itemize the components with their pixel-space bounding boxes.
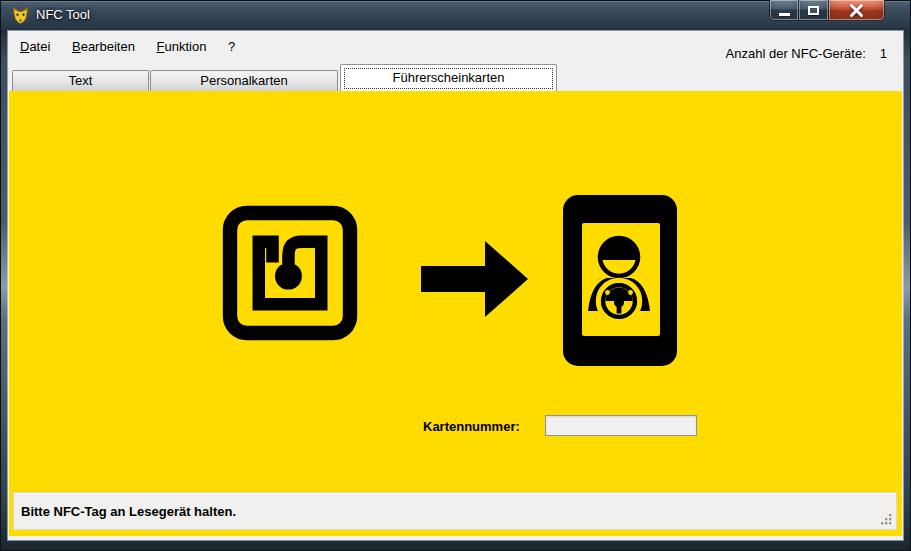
window-controls bbox=[769, 0, 885, 21]
tab-page-fuehrerscheinkarten: Kartennummer: Bitte NFC-Tag an Lesegerät… bbox=[9, 91, 902, 536]
tab-fuehrerscheinkarten[interactable]: Führerscheinkarten bbox=[340, 64, 557, 91]
arrow-right-icon bbox=[421, 241, 528, 317]
tabstrip: Text Personalkarten Führerscheinkarten bbox=[8, 63, 903, 91]
device-count: Anzahl der NFC-Geräte:1 bbox=[726, 46, 887, 61]
window-title: NFC Tool bbox=[36, 7, 90, 22]
statusbar: Bitte NFC-Tag an Lesegerät halten. bbox=[13, 492, 897, 530]
nfc-tag-icon bbox=[215, 198, 365, 348]
tab-personalkarten[interactable]: Personalkarten bbox=[150, 70, 338, 91]
window-content: Datei Bearbeiten Funktion ? Anzahl der N… bbox=[8, 31, 903, 540]
titlebar[interactable]: NFC Tool bbox=[0, 0, 911, 31]
menubar: Datei Bearbeiten Funktion ? bbox=[10, 34, 243, 62]
maximize-icon bbox=[808, 6, 819, 15]
device-count-value: 1 bbox=[880, 46, 887, 61]
menu-item-datei[interactable]: Datei bbox=[12, 34, 58, 59]
menu-item-bearbeiten[interactable]: Bearbeiten bbox=[64, 34, 143, 59]
fox-icon bbox=[11, 6, 30, 25]
close-x-icon bbox=[849, 4, 864, 17]
kartennummer-label: Kartennummer: bbox=[423, 419, 520, 434]
menu-item-help[interactable]: ? bbox=[220, 34, 243, 59]
app-window: NFC Tool Datei Bearbeiten Funktion ? An bbox=[0, 0, 911, 551]
status-message: Bitte NFC-Tag an Lesegerät halten. bbox=[14, 504, 236, 519]
tab-text[interactable]: Text bbox=[12, 70, 149, 91]
minimize-icon bbox=[779, 13, 790, 16]
maximize-button[interactable] bbox=[799, 0, 828, 21]
close-button[interactable] bbox=[828, 0, 885, 21]
resize-grip-icon[interactable] bbox=[880, 513, 893, 526]
menu-item-funktion[interactable]: Funktion bbox=[149, 34, 215, 59]
kartennummer-input[interactable] bbox=[545, 415, 697, 436]
minimize-button[interactable] bbox=[769, 0, 799, 21]
driver-license-phone-icon bbox=[563, 195, 677, 366]
device-count-label: Anzahl der NFC-Geräte: bbox=[726, 46, 866, 61]
